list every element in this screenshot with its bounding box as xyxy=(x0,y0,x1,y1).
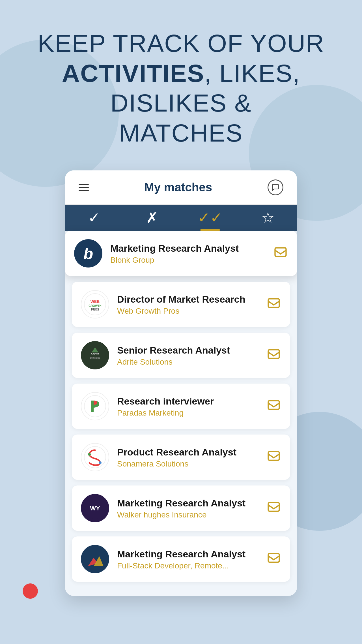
job-title-1: Marketing Research Analyst xyxy=(110,242,265,254)
message-icon-7[interactable] xyxy=(266,552,281,566)
hamburger-line2 xyxy=(79,187,89,188)
company-logo-webgrowth: WEB GROWTH PROS xyxy=(81,290,109,318)
job-card-1[interactable]: b Marketing Research Analyst Blonk Group xyxy=(65,231,297,276)
job-title-4: Research interviewer xyxy=(117,395,258,407)
tab-likes-icon: ✓ xyxy=(88,210,100,225)
job-title-3: Senior Research Analyst xyxy=(117,344,258,356)
job-company-7: Full-Stack Developer, Remote... xyxy=(117,561,258,570)
tab-dislikes[interactable]: ✗ xyxy=(123,210,181,231)
app-card: My matches ✓ ✗ ✓✓ ☆ b M xyxy=(65,170,297,596)
tab-dislikes-indicator xyxy=(142,229,162,231)
tab-bar: ✓ ✗ ✓✓ ☆ xyxy=(65,205,297,231)
job-info-4: Research interviewer Paradas Marketing xyxy=(117,395,258,418)
job-list: b Marketing Research Analyst Blonk Group… xyxy=(65,231,297,596)
tab-likes[interactable]: ✓ xyxy=(65,210,123,231)
tab-matches-icon: ✓✓ xyxy=(198,210,223,225)
job-company-4: Paradas Marketing xyxy=(117,408,258,418)
hero-line1: KEEP TRACK OF YOUR xyxy=(38,29,324,57)
job-info-5: Product Research Analyst Sonamera Soluti… xyxy=(117,446,258,468)
job-card-4[interactable]: Research interviewer Paradas Marketing xyxy=(72,384,290,429)
hero-line3: MATCHES xyxy=(119,119,243,147)
tab-matches[interactable]: ✓✓ xyxy=(181,210,239,231)
svg-text:adrite: adrite xyxy=(91,352,99,356)
company-logo-paradas xyxy=(81,392,109,420)
svg-point-14 xyxy=(88,453,91,456)
job-company-1: Blonk Group xyxy=(110,256,265,265)
message-icon-3[interactable] xyxy=(266,348,281,363)
job-title-7: Marketing Research Analyst xyxy=(117,548,258,560)
svg-text:WY: WY xyxy=(90,505,100,512)
tab-matches-indicator xyxy=(200,229,220,231)
webgrowth-svg: WEB GROWTH PROS xyxy=(84,293,106,316)
hero-title: KEEP TRACK OF YOUR ACTIVITIES, LIKES, DI… xyxy=(23,28,339,148)
job-card-2[interactable]: WEB GROWTH PROS Director of Market Resea… xyxy=(72,282,290,327)
tab-dislikes-icon: ✗ xyxy=(146,210,158,225)
hamburger-line1 xyxy=(79,184,89,185)
job-info-1: Marketing Research Analyst Blonk Group xyxy=(110,242,265,265)
svg-point-20 xyxy=(84,548,106,570)
company-logo-fullstack xyxy=(81,545,109,573)
svg-text:WEB: WEB xyxy=(90,299,100,304)
chat-bubble-button[interactable] xyxy=(268,179,283,195)
hero-bold: ACTIVITIES xyxy=(62,59,204,87)
tab-favorites-icon: ☆ xyxy=(261,210,275,225)
chat-icon xyxy=(272,183,279,191)
job-title-5: Product Research Analyst xyxy=(117,446,258,458)
svg-point-15 xyxy=(99,461,102,464)
tab-likes-indicator xyxy=(84,229,104,231)
job-info-2: Director of Market Research Web Growth P… xyxy=(117,293,258,316)
svg-text:GROWTH: GROWTH xyxy=(89,305,102,308)
company-logo-blonk: b xyxy=(74,239,102,268)
tab-favorites-indicator xyxy=(258,229,278,231)
job-info-7: Marketing Research Analyst Full-Stack De… xyxy=(117,548,258,570)
message-icon-5[interactable] xyxy=(266,450,281,465)
hamburger-menu[interactable] xyxy=(79,184,89,191)
message-icon-2[interactable] xyxy=(266,297,281,312)
company-logo-walker: WY xyxy=(81,494,109,522)
job-company-2: Web Growth Pros xyxy=(117,307,258,316)
app-header: My matches xyxy=(65,170,297,205)
app-title: My matches xyxy=(144,181,212,194)
job-title-2: Director of Market Research xyxy=(117,293,258,305)
notification-dot xyxy=(23,583,38,599)
message-icon-6[interactable] xyxy=(266,501,281,515)
job-company-3: Adrite Solutions xyxy=(117,358,258,367)
company-logo-sonamera xyxy=(81,443,109,471)
company-logo-adrite: adrite solutions xyxy=(81,341,109,369)
job-company-6: Walker hughes Insurance xyxy=(117,510,258,519)
tab-favorites[interactable]: ☆ xyxy=(239,210,297,231)
job-card-6[interactable]: WY Marketing Research Analyst Walker hug… xyxy=(72,485,290,531)
job-title-6: Marketing Research Analyst xyxy=(117,497,258,509)
job-info-3: Senior Research Analyst Adrite Solutions xyxy=(117,344,258,367)
svg-text:PROS: PROS xyxy=(91,308,99,311)
job-card-5[interactable]: Product Research Analyst Sonamera Soluti… xyxy=(72,435,290,480)
hero-section: KEEP TRACK OF YOUR ACTIVITIES, LIKES, DI… xyxy=(0,0,362,165)
job-card-7[interactable]: Marketing Research Analyst Full-Stack De… xyxy=(72,536,290,582)
svg-text:solutions: solutions xyxy=(90,357,100,360)
hamburger-line3 xyxy=(79,190,89,191)
message-icon-1[interactable] xyxy=(273,246,288,261)
job-info-6: Marketing Research Analyst Walker hughes… xyxy=(117,497,258,519)
job-card-3[interactable]: adrite solutions Senior Research Analyst… xyxy=(72,333,290,378)
message-icon-4[interactable] xyxy=(266,399,281,414)
job-company-5: Sonamera Solutions xyxy=(117,459,258,468)
